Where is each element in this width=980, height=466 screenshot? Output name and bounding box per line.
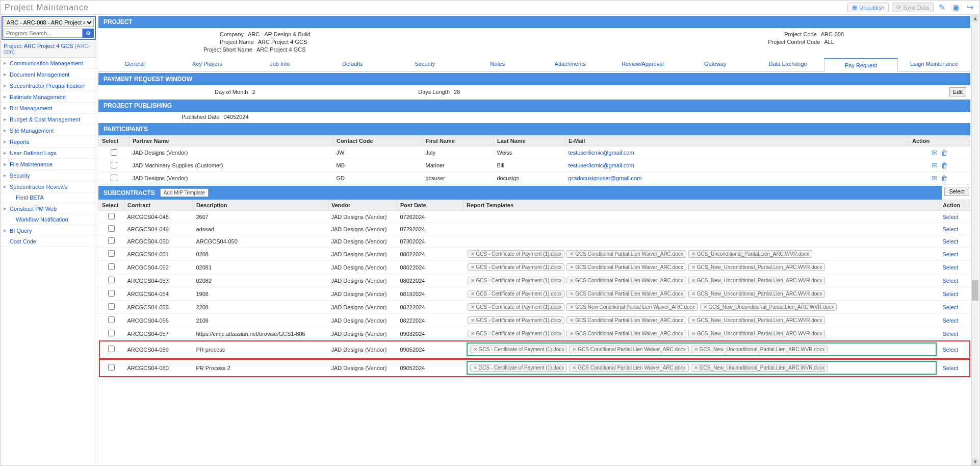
- close-icon[interactable]: ✕: [471, 331, 475, 336]
- envelope-icon[interactable]: ✉: [932, 149, 938, 157]
- tab[interactable]: Security: [389, 58, 461, 71]
- row-checkbox[interactable]: [108, 290, 115, 297]
- template-badge[interactable]: ✕GCS - Certificate of Payment (1).docx: [470, 364, 568, 372]
- tab[interactable]: Attachments: [534, 58, 606, 71]
- sidebar-item[interactable]: ▸Estimate Management: [1, 91, 97, 103]
- add-mip-template-button[interactable]: Add MIP Template: [160, 188, 209, 197]
- program-search-input[interactable]: [4, 29, 83, 38]
- close-icon[interactable]: ✕: [691, 278, 695, 283]
- close-icon[interactable]: ✕: [471, 264, 475, 270]
- select-link[interactable]: Select: [943, 304, 959, 310]
- template-badge[interactable]: ✕GCS_Unconditional_Partial.Lien_ARC.WVR.…: [688, 250, 812, 258]
- template-badge[interactable]: ✕GCS_New_Unconditional_Partial.Lien_ARC.…: [688, 316, 826, 324]
- sidebar-item[interactable]: ▸File Maintenance: [1, 159, 97, 170]
- sidebar-item[interactable]: ▸Bid Management: [1, 103, 97, 114]
- row-checkbox[interactable]: [108, 316, 115, 323]
- tab[interactable]: Notes: [461, 58, 534, 71]
- close-icon[interactable]: ✕: [691, 291, 695, 297]
- template-badge[interactable]: ✕GCS Conditional Partial Lien Waiver_ARC…: [569, 346, 688, 353]
- email-link[interactable]: gcsdocusignuser@gmail.com: [569, 175, 642, 181]
- unpublish-button[interactable]: ▦Unpublish: [847, 3, 889, 12]
- logout-icon[interactable]: ↪: [965, 3, 975, 12]
- close-icon[interactable]: ✕: [570, 278, 574, 283]
- sidebar-item[interactable]: ▸Document Management: [1, 69, 97, 80]
- tab[interactable]: Esign Maintenance: [898, 58, 970, 71]
- close-icon[interactable]: ✕: [691, 251, 695, 257]
- close-icon[interactable]: ✕: [471, 251, 475, 257]
- column-header[interactable]: Report Templates: [463, 200, 940, 211]
- close-icon[interactable]: ✕: [570, 251, 574, 257]
- sidebar-item[interactable]: ▸Budget & Cost Management: [1, 114, 97, 125]
- edit-button[interactable]: Edit: [949, 87, 966, 96]
- template-badge[interactable]: ✕GCS_New_Unconditional_Partial.Lien_ARC.…: [691, 364, 828, 372]
- template-badge[interactable]: ✕GCS - Certificate of Payment (1).docx: [468, 316, 565, 324]
- close-icon[interactable]: ✕: [471, 278, 475, 283]
- close-icon[interactable]: ✕: [694, 347, 698, 352]
- select-link[interactable]: Select: [943, 264, 959, 271]
- template-badge[interactable]: ✕GCS_New_Unconditional_Partial.Lien_ARC.…: [688, 277, 826, 284]
- row-checkbox[interactable]: [108, 213, 115, 219]
- sidebar-item[interactable]: Field BETA: [1, 192, 97, 203]
- close-icon[interactable]: ✕: [570, 291, 574, 297]
- template-badge[interactable]: ✕GCS - Certificate of Payment (1).docx: [470, 346, 568, 353]
- scrollbar[interactable]: ▴ ▾: [971, 15, 978, 465]
- tab[interactable]: Gateway: [679, 58, 752, 71]
- project-select[interactable]: ARC - ARC-008 - ARC Project 4 GCS: [4, 18, 94, 27]
- row-checkbox[interactable]: [108, 303, 115, 310]
- tab[interactable]: General: [98, 58, 171, 71]
- row-checkbox[interactable]: [111, 149, 117, 156]
- row-checkbox[interactable]: [108, 330, 115, 336]
- row-checkbox[interactable]: [108, 364, 115, 371]
- template-badge[interactable]: ✕GCS Conditional Partial Lien Waiver_ARC…: [566, 250, 686, 258]
- template-badge[interactable]: ✕GCS Conditional Partial Lien Waiver_ARC…: [566, 263, 686, 271]
- email-link[interactable]: testuser6cmic@gmail.com: [569, 150, 634, 156]
- close-icon[interactable]: ✕: [471, 317, 475, 323]
- tab[interactable]: Data Exchange: [752, 58, 824, 71]
- select-link[interactable]: Select: [943, 278, 959, 284]
- column-header[interactable]: Action: [940, 200, 970, 211]
- tab[interactable]: Defaults: [316, 58, 389, 71]
- edit-icon[interactable]: ✎: [937, 3, 947, 12]
- column-header[interactable]: Vendor: [328, 200, 397, 211]
- select-link[interactable]: Select: [943, 347, 959, 353]
- sidebar-item[interactable]: ▸Reports: [1, 136, 97, 148]
- select-link[interactable]: Select: [943, 331, 959, 337]
- column-header[interactable]: Last Name: [494, 136, 565, 146]
- row-checkbox[interactable]: [108, 346, 115, 352]
- template-badge[interactable]: ✕GCS - Certificate of Payment (1).docx: [468, 263, 565, 271]
- trash-icon[interactable]: 🗑: [941, 161, 948, 169]
- column-header[interactable]: Select: [99, 136, 130, 146]
- row-checkbox[interactable]: [108, 237, 115, 244]
- close-icon[interactable]: ✕: [691, 317, 695, 323]
- scrollbar-thumb[interactable]: [972, 280, 978, 301]
- close-icon[interactable]: ✕: [691, 264, 695, 270]
- close-icon[interactable]: ✕: [572, 347, 576, 352]
- sidebar-item[interactable]: ▸Subcontractor Reviews: [1, 181, 97, 192]
- close-icon[interactable]: ✕: [471, 304, 475, 310]
- column-header[interactable]: Partner Name: [130, 136, 333, 146]
- close-icon[interactable]: ✕: [570, 331, 574, 336]
- select-link[interactable]: Select: [943, 317, 959, 324]
- template-badge[interactable]: ✕GCS - Certificate of Payment (1).docx: [468, 250, 565, 258]
- template-badge[interactable]: ✕GCS_New_Unconditional_Partial.Lien_ARC.…: [688, 330, 826, 337]
- sidebar-item[interactable]: ▸User-Defined Logs: [1, 148, 97, 159]
- row-checkbox[interactable]: [108, 250, 115, 257]
- select-link[interactable]: Select: [943, 238, 959, 244]
- row-checkbox[interactable]: [111, 162, 117, 168]
- template-badge[interactable]: ✕GCS - Certificate of Payment (1).docx: [468, 290, 565, 298]
- template-badge[interactable]: ✕GCS Conditional Partial Lien Waiver_ARC…: [566, 316, 686, 324]
- sync-data-button[interactable]: ⟳Sync Data: [892, 3, 934, 12]
- column-header[interactable]: Description: [193, 200, 328, 211]
- template-badge[interactable]: ✕GCS_New_Unconditional_Partial.Lien_ARC.…: [688, 263, 826, 271]
- scroll-up-icon[interactable]: ▴: [972, 15, 978, 22]
- tab[interactable]: Key Players: [171, 58, 243, 71]
- column-header[interactable]: Post Date: [397, 200, 463, 211]
- column-header[interactable]: Action: [909, 136, 970, 146]
- select-participants-button[interactable]: Select: [944, 187, 969, 196]
- trash-icon[interactable]: 🗑: [941, 174, 948, 182]
- close-icon[interactable]: ✕: [703, 304, 707, 310]
- close-icon[interactable]: ✕: [471, 291, 475, 297]
- select-link[interactable]: Select: [943, 226, 959, 232]
- gear-icon[interactable]: ⚙: [83, 29, 94, 38]
- sidebar-item[interactable]: ▸Subcontractor Prequalification: [1, 80, 97, 91]
